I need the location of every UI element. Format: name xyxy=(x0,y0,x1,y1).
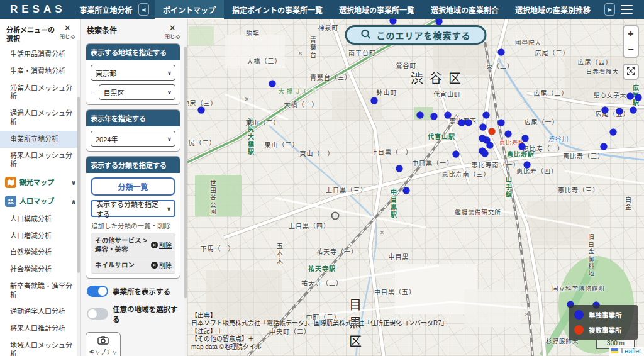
single-office-dot[interactable] xyxy=(403,187,410,194)
nav-prev-button[interactable]: ◀ xyxy=(138,3,149,16)
map-label: 聖心女子大 xyxy=(594,91,627,99)
map-label: 國學院大 xyxy=(515,38,541,47)
prefecture-select[interactable]: 東京都 ∨ xyxy=(91,65,175,81)
map-label: 山手線 xyxy=(504,176,513,199)
sidebar-item[interactable]: 滞留人口メッシュ分析 xyxy=(0,80,80,106)
nav-tab-2[interactable]: 指定ポイントの事業所一覧 xyxy=(224,0,331,19)
fullscreen-button[interactable] xyxy=(623,64,639,80)
map-area[interactable]: 駒場神泉町南平台町鶯谷町國學院大東（二）広尾（三）広尾（四）日赤看護大聖心女子大… xyxy=(187,19,644,356)
single-office-dot[interactable] xyxy=(498,49,505,56)
panel-close-button[interactable]: ✕ 閉じる xyxy=(164,25,180,40)
sidebar-subitem[interactable]: 人口構成分析 xyxy=(0,211,80,228)
nav-tab-5[interactable]: 選択地域の産業別推移 xyxy=(507,0,599,19)
map-label: 祐天寺（二） xyxy=(301,278,343,287)
map-label: 大橋ＪＣＴ xyxy=(279,86,319,96)
sidebar-item[interactable]: 将来人口メッシュ分析 xyxy=(0,148,80,174)
multi-office-dot[interactable] xyxy=(489,128,496,135)
map-circle-marker[interactable] xyxy=(331,212,340,220)
attribution-expander[interactable]: 【注記】＋ xyxy=(191,328,448,336)
sidebar-subitem[interactable]: 自然増減分析 xyxy=(0,245,80,262)
expand-arrows-icon xyxy=(626,67,635,77)
single-office-dot[interactable] xyxy=(627,93,634,100)
single-office-dot[interactable] xyxy=(480,124,487,131)
zoom-in-button[interactable]: + xyxy=(624,26,638,42)
gsi-tiles-link[interactable]: 地理院タイル xyxy=(224,343,262,350)
sidebar-subitem[interactable]: 社会増減分析 xyxy=(0,262,80,279)
sidebar-close-button[interactable]: ✕ 閉じる xyxy=(59,25,75,40)
search-icon xyxy=(361,29,372,42)
single-office-dot[interactable] xyxy=(602,107,609,114)
single-office-dot[interactable] xyxy=(483,112,490,119)
single-office-dot[interactable] xyxy=(458,120,465,126)
single-office-dot[interactable] xyxy=(616,108,623,115)
single-office-dot[interactable] xyxy=(445,112,452,119)
sidebar-item[interactable]: 事業所立地分析 xyxy=(0,131,80,148)
single-office-dot[interactable] xyxy=(269,81,276,87)
single-office-dot[interactable] xyxy=(635,94,642,101)
single-office-dot[interactable] xyxy=(601,143,608,150)
single-office-dot[interactable] xyxy=(396,165,403,172)
select-area-toggle[interactable] xyxy=(87,308,108,320)
attribution-expander[interactable]: 【その他の留意点】＋ xyxy=(191,335,448,343)
map-label: ✕ xyxy=(380,230,386,236)
category-select[interactable]: 表示する分類を指定する ∨ xyxy=(91,200,175,217)
nav-section-title[interactable]: 事業所立地分析 xyxy=(80,0,133,19)
single-office-dot[interactable] xyxy=(522,135,529,142)
single-office-dot[interactable] xyxy=(524,162,531,169)
map-label: 祐天寺（一） xyxy=(316,247,358,256)
sidebar-category-population[interactable]: 人口マップ ∧ xyxy=(0,192,80,211)
city-select[interactable]: 目黒区 ∨ xyxy=(99,84,175,100)
nav-next-button[interactable]: ▶ xyxy=(604,3,615,16)
sidebar-subitem[interactable]: 通勤通学人口分析 xyxy=(0,304,80,321)
delete-category-button[interactable]: ✕ 削除 xyxy=(151,240,172,250)
leaflet-link[interactable]: Leaflet xyxy=(621,347,641,355)
single-office-dot[interactable] xyxy=(505,131,512,138)
sidebar-subitem[interactable]: 将来人口推計分析 xyxy=(0,321,80,338)
single-office-dot[interactable] xyxy=(371,97,378,104)
single-office-dot[interactable] xyxy=(453,151,460,158)
map-label: 東山（一） xyxy=(300,148,335,158)
search-this-area-button[interactable]: このエリアを検索する xyxy=(345,25,487,45)
show-offices-toggle[interactable] xyxy=(87,286,108,297)
sidebar-subitem[interactable]: 新卒者就職・進学分析 xyxy=(0,278,80,304)
year-select[interactable]: 2024年 ∨ xyxy=(91,131,175,147)
sidebar-item[interactable]: 生産・消費地分析 xyxy=(0,63,80,80)
map-label: 広尾（一） xyxy=(525,117,559,126)
single-office-dot[interactable] xyxy=(417,112,424,119)
map-label: 駒場 xyxy=(246,28,260,38)
map-label: 中目黒駅 xyxy=(389,189,398,219)
sidebar-title: 分析メニューの選択 xyxy=(6,25,59,44)
nav-tab-4[interactable]: 選択地域の産業割合 xyxy=(423,0,507,19)
nav-tab-3[interactable]: 選択地域の事業所一覧 xyxy=(331,0,423,19)
capture-button[interactable]: キャプチャ xyxy=(86,332,121,356)
year-section: 表示年を指定する 2024年 ∨ xyxy=(86,109,180,152)
delete-category-button[interactable]: ✕ 削除 xyxy=(151,260,172,270)
single-office-dot[interactable] xyxy=(610,129,617,136)
sidebar-subitem[interactable]: 人口増減分析 xyxy=(0,228,80,245)
sidebar-category-tourism[interactable]: 観光マップ ∨ xyxy=(0,173,80,192)
panel-scrollbar[interactable] xyxy=(184,40,187,356)
map-label: 五本木 xyxy=(275,243,284,265)
resas-logo[interactable]: RESAS xyxy=(10,0,66,19)
legend-label: 複数事業所 xyxy=(589,325,622,335)
sidebar-scrollbar[interactable] xyxy=(77,40,80,356)
single-office-dot[interactable] xyxy=(498,120,505,126)
resas-app: RESAS 事業所立地分析 ◀ ポイントマップ指定ポイントの事業所一覧選択地域の… xyxy=(0,0,644,356)
single-office-dot[interactable] xyxy=(465,120,472,126)
sidebar-item[interactable]: 通過人口メッシュ分析 xyxy=(0,106,80,131)
single-office-dot[interactable] xyxy=(519,143,526,150)
single-office-dot[interactable] xyxy=(431,113,438,120)
single-office-dot[interactable] xyxy=(487,142,494,149)
menu-icon[interactable] xyxy=(621,5,633,14)
single-office-dot[interactable] xyxy=(482,150,489,157)
map-label: 上目黒（四） xyxy=(289,221,330,230)
zoom-out-button[interactable]: − xyxy=(624,42,638,57)
single-office-dot[interactable] xyxy=(198,107,205,114)
single-office-dot[interactable] xyxy=(630,107,637,114)
category-list-button[interactable]: 分類一覧 xyxy=(91,177,175,196)
sidebar-subitem[interactable]: 地域人口メッシュ分析 xyxy=(0,337,80,356)
chevron-down-icon: ∨ xyxy=(167,89,172,96)
sidebar-item[interactable]: 生活用品消費分析 xyxy=(0,47,80,64)
nav-tab-1[interactable]: ポイントマップ xyxy=(155,0,224,19)
close-icon: ✕ xyxy=(59,25,75,32)
